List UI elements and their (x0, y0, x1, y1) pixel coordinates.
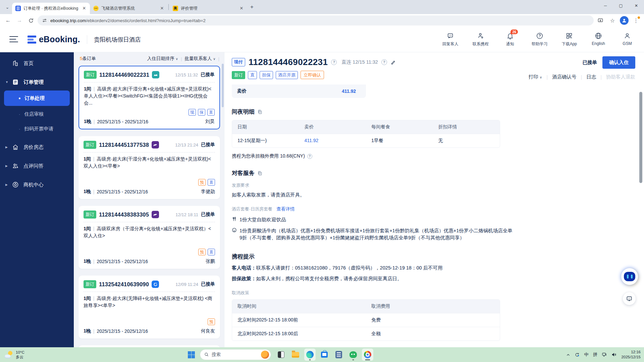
ebooking-logo-mark (28, 35, 36, 44)
sell-price-value[interactable]: 411.92 (342, 88, 356, 94)
chrome-icon[interactable] (362, 349, 373, 361)
caret-right-icon: ▶ (5, 164, 8, 168)
update-sync-icon[interactable] (575, 352, 580, 357)
ctrip-tips-title: 携程提示 (232, 253, 255, 260)
tab-review[interactable]: 美 评价管理 ✕ (169, 3, 247, 14)
sort-dropdown[interactable]: 入住日期排序 ∨ (147, 56, 178, 62)
night-price-link[interactable]: 411.92 (299, 134, 366, 147)
print-dropdown[interactable]: 打印 ∨ (529, 74, 542, 80)
new-tab-button[interactable]: + (247, 2, 257, 12)
feedback-chat-button[interactable] (623, 292, 636, 305)
order-card[interactable]: 新订 1128144469022231 12/15 11:32 已接单 1间|高… (78, 66, 220, 129)
url-bar[interactable]: ebooking.trip.com/ebkorderv2/domestic/or… (38, 15, 594, 25)
sidebar-item-reviews[interactable]: ▶ 点评问答 (0, 158, 74, 174)
install-app-icon[interactable] (596, 16, 605, 25)
windows-taskbar: 10°C多云 搜索 中 拼 (0, 347, 644, 362)
tab-close-icon[interactable]: ✕ (159, 5, 165, 11)
edit-pencil-icon[interactable] (390, 59, 396, 65)
night-detail-title: 间夜明细 (232, 108, 255, 116)
tab-close-icon[interactable]: ✕ (238, 5, 245, 11)
tag-cash: 现 (189, 109, 196, 116)
sidebar-item-business-center[interactable]: ▶ 商机中心 (0, 177, 74, 192)
order-card[interactable]: 新订 1128144451377538 12/13 21:24 已接单 1间|高… (78, 136, 220, 199)
file-explorer-icon[interactable] (290, 349, 301, 361)
language-button[interactable]: English (591, 32, 606, 46)
page-scrollbar[interactable] (639, 92, 642, 183)
profile-avatar[interactable] (620, 16, 629, 25)
start-button[interactable] (185, 349, 197, 361)
extra-fee-note: 携程为您承担额外费用 10.68(CNY) ? (232, 153, 635, 159)
tab-search-button[interactable]: ⌄ (3, 2, 12, 12)
calculator-icon[interactable] (333, 349, 344, 361)
copy-icon[interactable] (257, 171, 263, 176)
contact-ctrip-button[interactable]: 联系携程 (473, 32, 489, 47)
order-list-scrollbar[interactable] (222, 64, 224, 107)
view-details-link[interactable]: 查看详情 (276, 206, 294, 212)
tray-expand-icon[interactable] (566, 352, 570, 357)
taskbar-search[interactable]: 搜索 (200, 349, 271, 360)
sidebar-toggle-icon[interactable] (9, 36, 18, 43)
cast-display-icon[interactable] (602, 352, 607, 358)
tab-ebooking[interactable]: 订单处理 · 携程酒店eBooking ✕ (12, 3, 90, 14)
close-button[interactable]: ✕ (629, 0, 644, 11)
help-learn-button[interactable]: 帮助学习 (532, 32, 548, 47)
table-row: 北京时间2025-12-15 18:00前 免费 (232, 313, 500, 327)
notifications-button[interactable]: 26 通知 (503, 32, 518, 47)
sidebar-item-rates[interactable]: ▶ 房价房态 (0, 139, 74, 155)
sidebar-item-stay-audit[interactable]: ·住店审核 (0, 107, 74, 121)
confirm-checkin-button[interactable]: 确认入住 (602, 56, 635, 69)
order-help-icon[interactable]: ? (331, 59, 337, 65)
url-text: ebooking.trip.com/ebkorderv2/domestic/or… (50, 18, 206, 23)
log-button[interactable]: 日志 (586, 74, 596, 80)
fliggy-favicon (93, 6, 99, 11)
ime-language-indicator[interactable]: 中 (584, 352, 589, 358)
order-card[interactable]: 新订 1132542410639090 12/09 11:24 已接单 1间|高… (78, 276, 220, 339)
clock-widget[interactable]: 12:16 2025/12/15 (621, 350, 641, 360)
sidebar-item-home[interactable]: 首页 (0, 56, 74, 71)
tab-close-icon[interactable]: ✕ (81, 5, 87, 11)
assist-refund-button[interactable]: 协助客人退款 (606, 74, 635, 80)
sidebar-item-order-processing[interactable]: 订单处理 (4, 90, 70, 106)
edge-icon[interactable] (304, 349, 316, 361)
snipping-tool-icon[interactable] (275, 349, 287, 361)
sidebar-group-order-management[interactable]: ▼ 订单管理 (0, 74, 74, 90)
minimize-button[interactable]: ─ (598, 0, 613, 11)
trip-channel-icon (152, 71, 159, 78)
package-label: 酒店套餐·日历房套餐 (232, 206, 272, 212)
room-description: 1间|高级房·超大床(干湿分离+化妆镜+减压床垫+灵活双枕)<双人入住><早餐> (84, 156, 215, 170)
order-card[interactable]: 新订 1128144438383305 12/12 18:11 已接单 1间|高… (78, 206, 220, 269)
weather-icon (5, 351, 13, 358)
batch-contact-dropdown[interactable]: 批量联系客人 ∨ (184, 56, 215, 62)
channel-help-icon[interactable]: ? (381, 59, 387, 65)
browser-menu-icon[interactable]: ⋮ (631, 16, 641, 25)
forward-icon[interactable]: → (15, 16, 24, 25)
badge-guarantee: 担保 (260, 71, 273, 79)
reply-guest-button[interactable]: 回复客人 (442, 32, 459, 47)
microsoft-store-icon[interactable] (319, 349, 330, 361)
site-info-icon[interactable] (42, 18, 47, 23)
confirm-now-button[interactable]: 立即确认 (301, 71, 324, 79)
table-row: 12-15(星期一) 411.92 1早餐 无 (232, 134, 500, 147)
house-icon (12, 144, 19, 150)
pay-type-badge: 现付 (232, 58, 245, 66)
weather-widget[interactable]: 10°C多云 (0, 350, 24, 360)
ai-assistant-button[interactable] (621, 268, 638, 285)
download-app-button[interactable]: 下载App (562, 32, 577, 47)
detail-status: 已接单 (583, 59, 597, 66)
tab-fliggy[interactable]: 飞猪酒店管理系统 ✕ (90, 3, 168, 14)
wechat-icon[interactable] (347, 349, 359, 361)
copy-icon[interactable] (257, 109, 263, 115)
gsm-account-button[interactable]: GSM (620, 32, 635, 46)
fee-help-icon[interactable]: ? (307, 154, 312, 159)
sell-price-row: 卖价 411.92 (232, 84, 366, 98)
volume-icon[interactable] (611, 352, 617, 358)
back-icon[interactable]: ← (3, 16, 13, 25)
refresh-icon[interactable] (26, 16, 36, 25)
sidebar-item-scan-invoice[interactable]: ·扫码开票申请 (0, 121, 74, 136)
bookmark-star-icon[interactable]: ☆ (608, 16, 617, 25)
maximize-button[interactable]: ▢ (613, 0, 629, 11)
user-icon (624, 32, 631, 40)
hotel-confirm-no-button[interactable]: 酒店确认号 (552, 74, 577, 80)
ime-mode-indicator[interactable]: 拼 (593, 352, 598, 358)
order-list-panel: 5条订单 入住日期排序 ∨ | 批量联系客人 ∨ | 新订 1128144469… (74, 52, 224, 347)
